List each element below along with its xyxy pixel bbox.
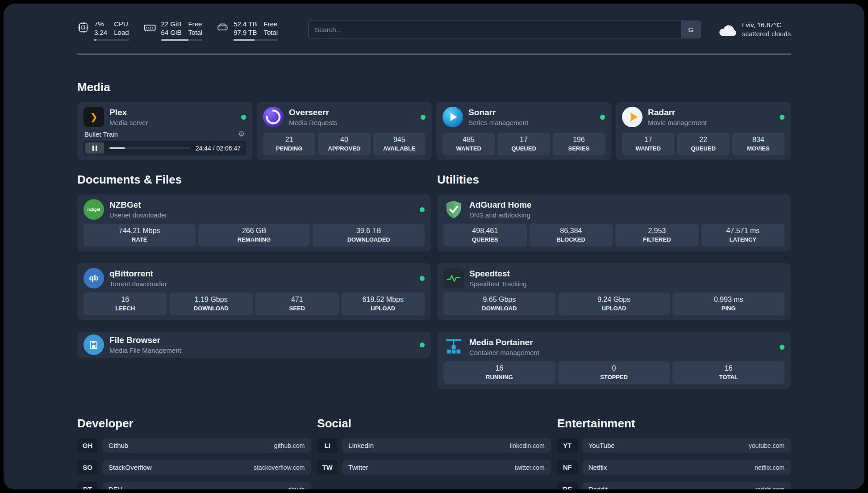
- service-card-sonarr[interactable]: Sonarr Series management 485 WANTED 17 Q…: [436, 102, 611, 160]
- status-dot: [420, 207, 425, 212]
- status-dot: [420, 276, 425, 281]
- bookmark-abbr: TW: [317, 460, 338, 475]
- weather-widget: Lviv, 16.87°C scattered clouds: [717, 21, 791, 38]
- speedtest-icon: [443, 268, 464, 288]
- service-card-qbittorrent[interactable]: qb qBittorrent Torrent downloader 16 LEE…: [77, 263, 431, 320]
- bookmark-group-entertainment: Entertainment YT YouTube youtube.com NF …: [557, 416, 791, 489]
- service-subtitle: Usenet downloader: [109, 211, 167, 219]
- bookmark-abbr: NF: [557, 460, 578, 475]
- section-utilities: Utilities: [437, 172, 791, 389]
- bookmark-group-social: Social LI LinkedIn linkedin.com TW Twitt…: [317, 416, 551, 489]
- bookmark-netflix[interactable]: NF Netflix netflix.com: [557, 460, 791, 475]
- bookmark-dev[interactable]: DT DEV dev.to: [77, 482, 311, 489]
- stat-queued: 22 QUEUED: [677, 133, 729, 155]
- search-bar: G: [308, 21, 701, 38]
- stat-download: 1.19 Gbps DOWNLOAD: [170, 292, 253, 315]
- bookmark-label: StackOverflow: [108, 464, 152, 471]
- bookmark-label: LinkedIn: [348, 442, 374, 449]
- bookmark-reddit[interactable]: RE Reddit reddit.com: [557, 482, 791, 489]
- service-name: Radarr: [648, 107, 707, 118]
- weather-location: Lviv, 16.87°C: [742, 21, 791, 29]
- memory-icon: [143, 21, 156, 34]
- section-title-social: Social: [317, 416, 551, 431]
- service-subtitle: Media File Management: [109, 346, 181, 355]
- stat-wanted: 485 WANTED: [442, 133, 495, 155]
- service-card-filebrowser[interactable]: File Browser Media File Management: [77, 332, 431, 358]
- disk-total-label: Total: [263, 28, 278, 37]
- bookmark-abbr: DT: [77, 482, 98, 489]
- topbar-divider: [77, 54, 791, 54]
- stat-approved: 40 APPROVED: [318, 133, 370, 155]
- gear-icon[interactable]: ⚙: [238, 130, 245, 138]
- memory-total-label: Total: [188, 28, 202, 37]
- bookmark-group-developer: Developer GH Github github.com SO StackO…: [77, 416, 311, 489]
- bookmark-twitter[interactable]: TW Twitter twitter.com: [317, 460, 551, 475]
- stat-latency: 47.571 ms LATENCY: [701, 224, 785, 246]
- cpu-load: 3.24: [94, 28, 107, 37]
- service-card-nzbget[interactable]: nzbget NZBGet Usenet downloader 744.21 M…: [77, 194, 431, 251]
- service-subtitle: Movie management: [648, 118, 707, 127]
- bookmark-label: Reddit: [588, 485, 608, 489]
- cpu-percent: 7%: [94, 20, 107, 28]
- service-name: NZBGet: [109, 200, 167, 210]
- stat-series: 196 SERIES: [553, 133, 605, 155]
- service-subtitle: DNS and adblocking: [469, 211, 531, 219]
- memory-widget: 22 GiB 64 GiB Free Total: [143, 20, 203, 41]
- cpu-icon: [77, 21, 89, 33]
- dashboard: 7% 3.24 CPU Load: [4, 4, 864, 489]
- cloud-icon: [717, 23, 738, 38]
- plex-now-playing: Bullet Train ⚙ 24:44 / 02:06:47: [83, 127, 246, 155]
- service-name: Overseerr: [289, 107, 337, 118]
- stat-queries: 498,461 QUERIES: [443, 224, 527, 246]
- stat-blocked: 86,384 BLOCKED: [530, 224, 613, 246]
- disk-widget: 52.4 TB 97.9 TB Free Total: [217, 20, 278, 41]
- bookmark-youtube[interactable]: YT YouTube youtube.com: [557, 438, 791, 453]
- search-provider-button[interactable]: G: [681, 21, 701, 38]
- service-card-adguard[interactable]: AdGuard Home DNS and adblocking 498,461 …: [437, 194, 791, 251]
- playback-progress-bar[interactable]: [109, 147, 190, 149]
- stat-ping: 0.993 ms PING: [672, 292, 785, 315]
- pause-button[interactable]: [85, 142, 104, 154]
- bookmark-abbr: SO: [77, 460, 98, 475]
- service-card-speedtest[interactable]: Speedtest Speedtest Tracking 9.65 Gbps D…: [437, 263, 791, 320]
- service-card-overseerr[interactable]: Overseerr Media Requests 21 PENDING 40 A…: [257, 102, 432, 160]
- stat-remaining: 266 GB REMAINING: [198, 224, 310, 246]
- bookmark-stackoverflow[interactable]: SO StackOverflow stackoverflow.com: [77, 460, 311, 475]
- status-dot: [241, 115, 246, 120]
- bookmark-label: YouTube: [588, 442, 615, 449]
- portainer-icon: [443, 337, 464, 357]
- bookmark-label: DEV: [108, 485, 122, 489]
- status-dot: [600, 115, 605, 120]
- cpu-widget: 7% 3.24 CPU Load: [77, 20, 129, 41]
- service-card-plex[interactable]: ❯ Plex Media server Bullet Train ⚙: [77, 102, 252, 160]
- stat-rate: 744.21 Mbps RATE: [83, 224, 196, 246]
- bookmark-github[interactable]: GH Github github.com: [77, 438, 311, 453]
- bookmark-abbr: YT: [557, 438, 578, 453]
- search-input[interactable]: [308, 21, 701, 38]
- disk-total: 97.9 TB: [234, 28, 257, 37]
- bookmark-linkedin[interactable]: LI LinkedIn linkedin.com: [317, 438, 551, 453]
- service-name: Sonarr: [468, 107, 528, 118]
- bookmark-abbr: RE: [557, 482, 578, 489]
- track-title: Bullet Train: [84, 130, 118, 138]
- service-card-portainer[interactable]: Media Portainer Container management 16 …: [437, 332, 791, 389]
- service-name: qBittorrent: [109, 268, 167, 279]
- service-subtitle: Torrent downloader: [109, 280, 167, 288]
- bookmark-url: reddit.com: [755, 486, 785, 490]
- service-subtitle: Series management: [468, 118, 528, 127]
- section-title-media: Media: [77, 79, 791, 95]
- section-title-documents: Documents & Files: [77, 172, 431, 187]
- bookmark-url: stackoverflow.com: [254, 464, 305, 471]
- weather-condition: scattered clouds: [742, 29, 791, 38]
- bookmark-label: Github: [108, 442, 128, 449]
- sonarr-icon: [442, 107, 463, 127]
- service-card-radarr[interactable]: Radarr Movie management 17 WANTED 22 QUE…: [616, 102, 791, 160]
- memory-progress-bar: [161, 39, 203, 41]
- stat-upload: 9.24 Gbps UPLOAD: [558, 292, 670, 315]
- bookmark-abbr: LI: [317, 438, 338, 453]
- stat-pending: 21 PENDING: [263, 133, 315, 155]
- status-dot: [421, 115, 426, 120]
- adguard-icon: [443, 199, 464, 220]
- stat-downloaded: 39.6 TB DOWNLOADED: [313, 224, 425, 246]
- stat-upload: 618.52 Mbps UPLOAD: [342, 292, 425, 315]
